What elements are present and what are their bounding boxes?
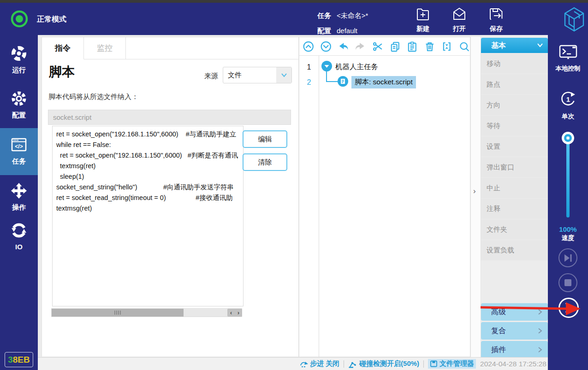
step-forward-button[interactable] [558, 248, 577, 267]
cut-icon[interactable] [372, 41, 384, 53]
new-task-button[interactable]: 新建 [409, 6, 437, 33]
code-line: sleep(1) [56, 171, 243, 182]
topbar: 正常模式 任务<未命名>* 配置default 新建 打开 保存 [0, 3, 588, 35]
line-number-divider [319, 56, 319, 357]
command-item-payload[interactable]: 设置负载 [481, 240, 548, 260]
file-manager-text: 文件管理器 [440, 359, 474, 368]
tab-instruction[interactable]: 指令 [42, 37, 84, 59]
command-item-move[interactable]: 移动 [481, 53, 548, 74]
open-button-label: 打开 [445, 25, 473, 33]
sidebar-item-run[interactable]: 运行 [0, 44, 38, 75]
left-sidebar: 运行 配置 </> 任务 操作 [0, 35, 38, 370]
move-up-icon[interactable] [303, 41, 315, 53]
tree-row-main-task[interactable]: 1 机器人主任务 [299, 61, 378, 73]
sidebar-item-operate[interactable]: 操作 [0, 182, 38, 212]
clear-button[interactable]: 清除 [243, 153, 287, 171]
chevron-right-icon: › [473, 187, 476, 196]
undo-icon[interactable] [337, 41, 349, 53]
sidebar-item-task-active[interactable]: </> 任务 [0, 128, 38, 175]
task-config-meta: 任务<未命名>* 配置default [317, 8, 368, 38]
speed-slider-knob[interactable] [562, 132, 574, 144]
command-item-folder[interactable]: 文件夹 [481, 219, 548, 240]
command-item-comment[interactable]: 注释 [481, 199, 548, 219]
config-name: default [337, 27, 357, 35]
svg-text:</>: </> [15, 143, 23, 150]
sidebar-task-label: 任务 [0, 157, 38, 166]
chevron-down-icon [276, 67, 291, 83]
tree-row-script[interactable]: 2 脚本: socket.script [299, 76, 416, 88]
script-code-viewer[interactable]: ret = socket_open("192.168.1.150",6000) … [52, 126, 244, 306]
next-step-button[interactable] [558, 298, 579, 318]
page-title: 脚本 [49, 63, 75, 81]
robot-status-indicator-icon [10, 9, 29, 30]
speed-slider[interactable] [548, 132, 588, 219]
save-task-button[interactable]: 保存 [482, 6, 510, 33]
command-item-popup[interactable]: 弹出窗口 [481, 157, 548, 177]
insert-icon[interactable] [441, 41, 453, 53]
collapse-node-icon[interactable] [321, 60, 333, 74]
sidebar-io-label: IO [0, 243, 38, 251]
collision-detect-status[interactable]: 碰撞检测开启(50%) [348, 359, 419, 368]
scroll-left-icon[interactable]: ‹ [230, 310, 232, 316]
script-file-field[interactable]: socket.script [48, 110, 291, 125]
open-task-button[interactable]: 打开 [445, 6, 473, 33]
sidebar-run-label: 运行 [0, 66, 38, 75]
code-line: ret = socket_open("192.168.1.150",6000) … [56, 150, 243, 161]
command-group-plugin[interactable]: 插件 [481, 341, 548, 358]
sidebar-item-config[interactable]: 配置 [0, 89, 38, 120]
device-id-badge: 38EB [5, 352, 33, 367]
edit-button[interactable]: 编辑 [243, 130, 287, 148]
command-group-advanced[interactable]: 高级 [481, 303, 548, 321]
single-run-mode-button[interactable]: 1 单次 [548, 89, 588, 121]
source-dropdown-value: 文件 [228, 71, 242, 79]
line-number: 2 [299, 78, 319, 87]
redo-icon[interactable] [355, 41, 367, 53]
scroll-right-icon[interactable]: › [238, 310, 239, 316]
scrollbar-arrows[interactable]: ‹› [227, 309, 242, 317]
code-line: ret = socket_read_string(timeout = 0) #接… [56, 193, 243, 203]
sidebar-item-io[interactable]: IO [0, 221, 38, 251]
delete-icon[interactable] [424, 41, 436, 53]
loop-once-icon: 1 [558, 102, 578, 110]
stop-button[interactable] [558, 273, 577, 292]
command-item-abort[interactable]: 中止 [481, 178, 548, 198]
sidebar-config-label: 配置 [0, 111, 38, 120]
brand-logo-icon [564, 6, 585, 34]
code-window-icon: </> [10, 147, 28, 155]
move-arrows-icon [10, 194, 28, 201]
tree-node-label[interactable]: 机器人主任务 [335, 62, 378, 72]
skip-icon [564, 254, 573, 262]
command-item-set[interactable]: 设置 [481, 136, 548, 157]
copy-icon[interactable] [389, 41, 401, 53]
speed-slider-track[interactable] [566, 138, 570, 217]
source-dropdown[interactable]: 文件 [223, 67, 292, 83]
command-item-direction[interactable]: 方向 [481, 95, 548, 115]
command-item-wait[interactable]: 等待 [481, 116, 548, 136]
advanced-group-label: 高级 [491, 308, 506, 316]
search-icon[interactable] [458, 41, 470, 53]
command-group-basic[interactable]: 基本 [481, 38, 548, 53]
horizontal-scrollbar[interactable]: ‹› [51, 308, 242, 317]
local-control-button[interactable]: 本地控制 [548, 44, 588, 73]
floppy-disk-icon [430, 360, 438, 368]
open-file-icon [451, 16, 467, 23]
source-label: 来源 [204, 72, 218, 81]
command-item-waypoint[interactable]: 路点 [481, 74, 548, 94]
status-bar: 步进 关闭 碰撞检测开启(50%) 文件管理器 2024-04-28 17:25… [38, 357, 548, 370]
paste-icon[interactable] [406, 41, 418, 53]
task-tree-panel: 1 机器人主任务 2 脚本: socket.script [299, 37, 470, 357]
chevron-right-icon [538, 309, 542, 315]
step-mode-status[interactable]: 步进 关闭 [300, 359, 339, 368]
file-manager-button[interactable]: 文件管理器 [428, 359, 476, 369]
code-line: ret = socket_open("192.168.1.150",6000) … [56, 129, 243, 140]
move-down-icon[interactable] [320, 41, 332, 53]
tree-node-label-selected[interactable]: 脚本: socket.script [351, 76, 416, 88]
code-line: textmsg(ret) [56, 161, 243, 171]
scrollbar-thumb[interactable] [52, 309, 184, 317]
mode-label: 正常模式 [37, 15, 66, 24]
tab-monitor[interactable]: 监控 [84, 37, 126, 59]
command-group-composite[interactable]: 复合 [481, 322, 548, 340]
panel-collapse-handle[interactable]: › [470, 37, 481, 357]
line-number: 1 [299, 63, 319, 71]
script-node-icon[interactable] [337, 76, 349, 89]
